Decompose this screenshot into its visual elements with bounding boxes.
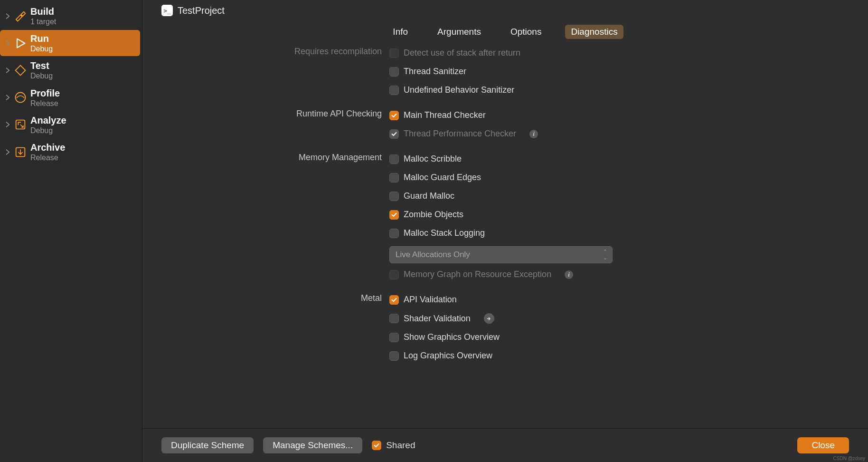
section-label: Memory Management — [166, 152, 389, 163]
checkbox[interactable] — [389, 314, 399, 323]
sidebar-item-title: Run — [30, 33, 53, 44]
tab-arguments[interactable]: Arguments — [432, 25, 487, 39]
manage-schemes-button[interactable]: Manage Schemes... — [263, 437, 362, 453]
sidebar-item-subtitle: 1 target — [30, 17, 56, 26]
checkbox[interactable] — [389, 210, 399, 220]
option-label: Guard Malloc — [404, 191, 454, 201]
option-row: Malloc Scribble — [389, 152, 844, 166]
watermark-text: CSDN @zdsey — [833, 456, 865, 461]
arrow-right-icon[interactable] — [484, 313, 494, 324]
section-memory: Guard Malloc — [142, 187, 868, 205]
section-recompile: Undefined Behavior Sanitizer — [142, 81, 868, 99]
sidebar-item-subtitle: Debug — [30, 71, 53, 80]
sidebar-item-test[interactable]: TestDebug — [0, 57, 140, 83]
sidebar-item-title: Analyze — [30, 115, 66, 126]
section-label — [166, 126, 389, 127]
section-label: Requires recompilation — [166, 46, 389, 57]
option-label: Main Thread Checker — [404, 110, 486, 120]
option-row: Undefined Behavior Sanitizer — [389, 83, 844, 97]
shared-label: Shared — [386, 440, 415, 451]
checkbox — [389, 270, 399, 279]
option-row: Detect use of stack after return — [389, 46, 844, 60]
section-label — [166, 226, 389, 227]
tab-options[interactable]: Options — [505, 25, 547, 39]
info-icon[interactable]: i — [529, 130, 538, 138]
option-row: Malloc Guard Edges — [389, 170, 844, 185]
option-label: Malloc Guard Edges — [404, 173, 481, 183]
play-icon — [13, 36, 28, 50]
checkbox[interactable] — [389, 173, 399, 183]
tab-info[interactable]: Info — [387, 25, 414, 39]
option-row: Malloc Stack Logging — [389, 226, 844, 241]
section-label — [166, 348, 389, 349]
sidebar-item-run[interactable]: RunDebug — [0, 30, 140, 56]
checkbox[interactable] — [389, 154, 399, 164]
sidebar-item-profile[interactable]: ProfileRelease — [0, 85, 140, 111]
sidebar-item-title: Test — [30, 60, 53, 71]
option-row: Thread Sanitizer — [389, 64, 844, 79]
gauge-icon — [13, 90, 28, 105]
chevron-right-icon[interactable] — [5, 13, 11, 19]
option-label: Memory Graph on Resource Exception — [404, 270, 551, 279]
popup-value: Live Allocations Only — [396, 250, 470, 260]
option-row: Show Graphics Overview — [389, 330, 844, 345]
option-label: Detect use of stack after return — [404, 48, 520, 58]
terminal-icon: >_ — [161, 5, 173, 16]
footer-bar: Duplicate Scheme Manage Schemes... Share… — [142, 428, 868, 462]
option-row: Memory Graph on Resource Exceptioni — [389, 267, 844, 282]
chevron-right-icon[interactable] — [5, 149, 11, 155]
section-label — [166, 311, 389, 312]
sidebar-item-analyze[interactable]: AnalyzeDebug — [0, 112, 140, 138]
sidebar-item-build[interactable]: Build1 target — [0, 3, 140, 29]
section-label — [166, 207, 389, 208]
checkbox[interactable] — [389, 333, 399, 342]
shared-checkbox[interactable] — [372, 441, 381, 450]
archive-icon — [13, 145, 28, 159]
section-recompile: Thread Sanitizer — [142, 62, 868, 81]
section-label — [166, 83, 389, 84]
sidebar-item-title: Build — [30, 6, 56, 17]
diagnostics-content[interactable]: Requires recompilationDetect use of stac… — [142, 44, 868, 428]
section-metal: Show Graphics Overview — [142, 328, 868, 346]
checkbox[interactable] — [389, 192, 399, 201]
sidebar-item-title: Archive — [30, 142, 65, 153]
checkbox[interactable] — [389, 111, 399, 120]
sidebar-item-subtitle: Debug — [30, 44, 53, 53]
section-metal: Shader Validation — [142, 309, 868, 328]
section-label — [166, 189, 389, 190]
duplicate-scheme-button[interactable]: Duplicate Scheme — [161, 437, 254, 453]
section-runtime: Runtime API CheckingMain Thread Checker — [142, 106, 868, 125]
checkbox — [389, 129, 399, 139]
section-runtime: Thread Performance Checkeri — [142, 125, 868, 143]
section-memory: Memory ManagementMalloc Scribble — [142, 150, 868, 168]
section-metal: MetalAPI Validation — [142, 290, 868, 309]
section-memory: Zombie Objects — [142, 205, 868, 224]
chevron-right-icon[interactable] — [5, 121, 11, 128]
info-icon[interactable]: i — [565, 270, 573, 279]
section-label — [166, 64, 389, 65]
option-row: Guard Malloc — [389, 189, 844, 203]
option-label: Zombie Objects — [404, 210, 463, 220]
sidebar-item-subtitle: Release — [30, 153, 65, 162]
chevron-right-icon[interactable] — [5, 40, 11, 47]
option-row: Shader Validation — [389, 311, 844, 326]
checkbox[interactable] — [389, 67, 399, 77]
checkbox[interactable] — [389, 229, 399, 238]
section-recompile: Requires recompilationDetect use of stac… — [142, 44, 868, 62]
checkbox[interactable] — [389, 295, 399, 305]
project-title: TestProject — [178, 5, 225, 16]
updown-icon: ⌃⌄ — [603, 249, 606, 261]
chevron-right-icon[interactable] — [5, 67, 11, 74]
option-label: Malloc Scribble — [404, 154, 462, 164]
option-label: Log Graphics Overview — [404, 351, 492, 361]
sidebar-item-title: Profile — [30, 87, 60, 99]
malloc-logging-popup[interactable]: Live Allocations Only⌃⌄ — [389, 246, 613, 263]
checkbox[interactable] — [389, 86, 399, 95]
close-button[interactable]: Close — [797, 437, 849, 453]
option-label: Thread Sanitizer — [404, 67, 466, 77]
tab-diagnostics[interactable]: Diagnostics — [565, 25, 623, 39]
chevron-right-icon[interactable] — [5, 94, 11, 101]
sidebar-item-archive[interactable]: ArchiveRelease — [0, 139, 140, 165]
checkbox[interactable] — [389, 351, 399, 361]
option-label: Thread Performance Checker — [404, 129, 516, 139]
